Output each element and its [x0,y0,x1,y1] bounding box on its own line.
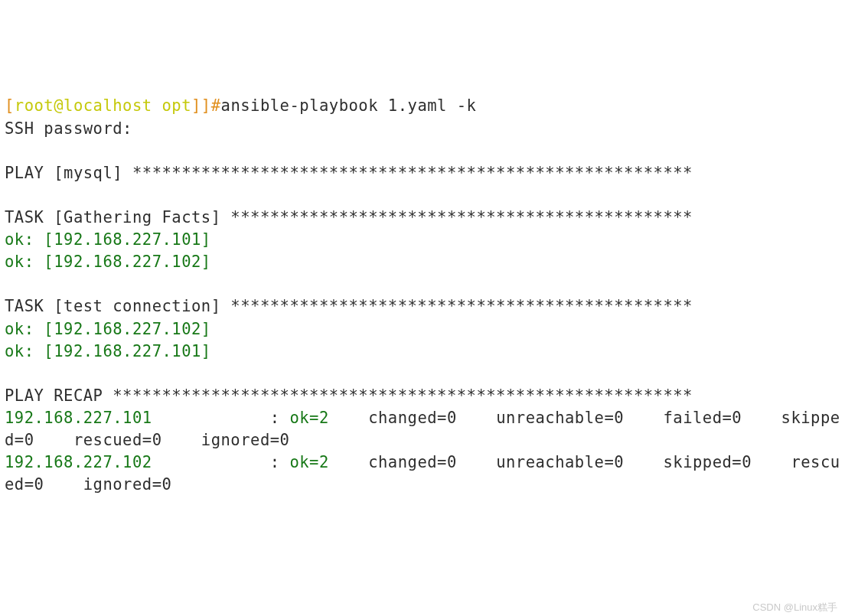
recap-ok: ok=2 [289,453,358,471]
recap-host: 192.168.227.102 [5,453,152,471]
task-ok-line: ok: [192.168.227.102] [5,253,211,271]
ssh-password-prompt: SSH password: [5,119,132,138]
recap-pad: : [152,409,290,427]
task-header-gathering-facts: TASK [Gathering Facts] *****************… [5,208,693,227]
play-header: PLAY [mysql] ***************************… [5,164,693,182]
prompt-bracket: [ [5,96,15,115]
watermark-text: CSDN @Linux糕手 [752,601,837,614]
task-ok-line: ok: [192.168.227.101] [5,230,211,249]
play-recap-header: PLAY RECAP *****************************… [5,386,693,405]
prompt-bracket: ]]# [191,96,221,115]
recap-pad: : [152,453,290,471]
task-ok-line: ok: [192.168.227.101] [5,342,211,360]
recap-host: 192.168.227.101 [5,409,152,427]
recap-ok: ok=2 [289,409,358,427]
task-ok-line: ok: [192.168.227.102] [5,320,211,338]
prompt-userhost: root@localhost opt [15,96,191,115]
command-text: ansible-playbook 1.yaml -k [221,96,477,115]
terminal-output: [root@localhost opt]]#ansible-playbook 1… [5,95,840,496]
task-header-test-connection: TASK [test connection] *****************… [5,297,693,315]
